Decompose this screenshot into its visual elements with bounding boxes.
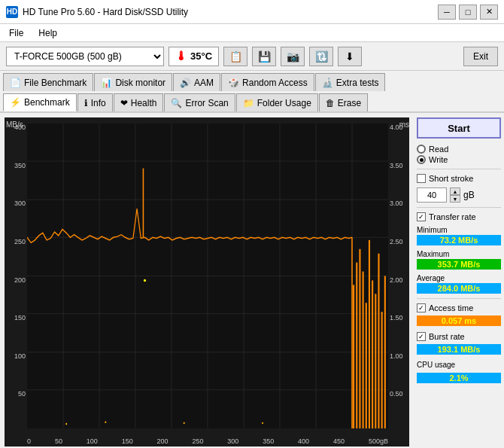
tab-file-benchmark[interactable]: 📄 File Benchmark — [3, 73, 93, 91]
checkbox-short-stroke[interactable]: Short stroke — [417, 174, 501, 183]
transfer-rate-checkbox[interactable]: ✓ — [417, 212, 426, 221]
stat-maximum: Maximum 353.7 MB/s — [417, 250, 501, 270]
gb-label: gB — [463, 190, 475, 200]
radio-read-label: Read — [429, 145, 448, 154]
toolbar-btn-5[interactable]: ⬇ — [338, 47, 362, 66]
exit-button[interactable]: Exit — [463, 47, 498, 66]
tab-disk-monitor[interactable]: 📊 Disk monitor — [94, 73, 172, 91]
svg-point-30 — [105, 421, 106, 422]
tab-error-scan-label: Error Scan — [185, 98, 228, 108]
burst-rate-checkbox[interactable]: ✓ — [417, 332, 426, 341]
tab-extra-tests-label: Extra tests — [336, 78, 379, 88]
right-panel: Start Read Write Short stroke ▲ ▼ gB — [414, 113, 504, 448]
minimize-button[interactable]: ─ — [438, 5, 456, 20]
toolbar-btn-3[interactable]: 📷 — [281, 47, 305, 66]
tabs-container: 📄 File Benchmark 📊 Disk monitor 🔊 AAM 🎲 … — [0, 71, 504, 113]
toolbar-btn-2[interactable]: 💾 — [252, 47, 276, 66]
aam-icon: 🔊 — [180, 78, 191, 88]
x-label-50: 50 — [55, 437, 62, 445]
minimum-value: 73.2 MB/s — [417, 235, 501, 245]
y-label-250: 250 — [6, 238, 26, 245]
y-label-r-1: 1.00 — [390, 352, 409, 360]
tab-erase[interactable]: 🗑 Erase — [319, 93, 368, 111]
x-label-100: 100 — [87, 437, 98, 445]
stat-average: Average 284.0 MB/s — [417, 274, 501, 294]
tab-benchmark[interactable]: ⚡ Benchmark — [3, 93, 77, 111]
tab-aam[interactable]: 🔊 AAM — [173, 73, 220, 91]
toolbar-btn-1[interactable]: 📋 — [223, 47, 247, 66]
radio-write-label: Write — [429, 155, 448, 164]
extra-tests-icon: 🔬 — [322, 78, 333, 88]
access-time-value: 0.057 ms — [417, 315, 501, 326]
maximum-value: 353.7 MB/s — [417, 259, 501, 270]
checkbox-access-time[interactable]: ✓ Access time — [417, 303, 501, 312]
checkbox-transfer-rate[interactable]: ✓ Transfer rate — [417, 212, 501, 221]
menu-file[interactable]: File — [6, 26, 26, 40]
y-label-100: 100 — [6, 352, 26, 360]
thermometer-icon: 🌡 — [175, 50, 187, 63]
x-label-500: 500gB — [369, 437, 388, 445]
chart-canvas — [27, 123, 388, 428]
drive-selector[interactable]: T-FORCE 500GB (500 gB) — [6, 47, 164, 66]
tabs-row-2: ⚡ Benchmark ℹ Info ❤ Health 🔍 Error Scan… — [0, 91, 504, 112]
y-label-r-2: 2.00 — [390, 276, 409, 284]
short-stroke-input[interactable] — [417, 187, 447, 203]
toolbar-btn-4[interactable]: 🔃 — [309, 47, 333, 66]
main-content: 400 350 300 250 200 150 100 50 MB/s 4.00… — [0, 113, 504, 448]
temperature-value: 35°C — [190, 50, 212, 62]
title-bar-controls: ─ □ ✕ — [438, 5, 498, 20]
y-label-300: 300 — [6, 200, 26, 207]
tab-extra-tests[interactable]: 🔬 Extra tests — [315, 73, 386, 91]
tab-random-access-label: Random Access — [242, 78, 308, 88]
tab-benchmark-label: Benchmark — [24, 97, 70, 108]
tab-random-access[interactable]: 🎲 Random Access — [221, 73, 314, 91]
file-benchmark-icon: 📄 — [10, 78, 21, 88]
cpu-usage-label: CPU usage — [417, 361, 501, 369]
y-label-200: 200 — [6, 276, 26, 284]
tab-aam-label: AAM — [194, 78, 214, 88]
tab-error-scan[interactable]: 🔍 Error Scan — [164, 93, 235, 111]
close-button[interactable]: ✕ — [480, 5, 498, 20]
tab-folder-usage[interactable]: 📁 Folder Usage — [236, 93, 318, 111]
start-button[interactable]: Start — [417, 117, 501, 139]
y-label-r-3: 3.00 — [390, 200, 409, 207]
menu-help[interactable]: Help — [35, 26, 60, 40]
spin-down-button[interactable]: ▼ — [450, 195, 460, 203]
short-stroke-checkbox[interactable] — [417, 174, 426, 183]
access-time-checkbox[interactable]: ✓ — [417, 303, 426, 312]
maximize-button[interactable]: □ — [459, 5, 477, 20]
x-label-250: 250 — [192, 437, 203, 445]
x-label-300: 300 — [227, 437, 238, 445]
radio-write[interactable]: Write — [417, 155, 501, 164]
tab-disk-monitor-label: Disk monitor — [115, 78, 165, 88]
radio-read-circle[interactable] — [417, 145, 426, 154]
radio-read[interactable]: Read — [417, 145, 501, 154]
svg-point-32 — [144, 279, 146, 282]
radio-group: Read Write — [417, 145, 501, 164]
y-label-150: 150 — [6, 314, 26, 322]
radio-write-circle[interactable] — [417, 155, 426, 164]
short-stroke-label: Short stroke — [429, 174, 473, 183]
menu-bar: File Help — [0, 24, 504, 42]
tab-info[interactable]: ℹ Info — [77, 93, 113, 111]
tab-health[interactable]: ❤ Health — [114, 93, 164, 111]
checkbox-burst-rate[interactable]: ✓ Burst rate — [417, 332, 501, 341]
x-label-150: 150 — [122, 437, 133, 445]
tab-folder-usage-label: Folder Usage — [257, 98, 311, 108]
health-icon: ❤ — [120, 98, 128, 108]
error-scan-icon: 🔍 — [171, 98, 182, 108]
spin-up-button[interactable]: ▲ — [450, 187, 460, 195]
x-label-400: 400 — [298, 437, 309, 445]
y-label-r-150: 1.50 — [390, 314, 409, 322]
transfer-rate-label: Transfer rate — [429, 212, 476, 221]
tabs-row-1: 📄 File Benchmark 📊 Disk monitor 🔊 AAM 🎲 … — [0, 71, 504, 91]
toolbar: T-FORCE 500GB (500 gB) 🌡 35°C 📋 💾 📷 🔃 ⬇ … — [0, 42, 504, 71]
minimum-label: Minimum — [417, 226, 501, 234]
tab-file-benchmark-label: File Benchmark — [24, 78, 87, 88]
tab-info-label: Info — [91, 98, 106, 108]
divider-2 — [417, 207, 501, 208]
y-label-r-050: 0.50 — [390, 390, 409, 398]
burst-rate-label: Burst rate — [429, 332, 465, 341]
benchmark-chart — [27, 123, 388, 428]
cpu-usage-value: 2.1% — [417, 373, 501, 383]
